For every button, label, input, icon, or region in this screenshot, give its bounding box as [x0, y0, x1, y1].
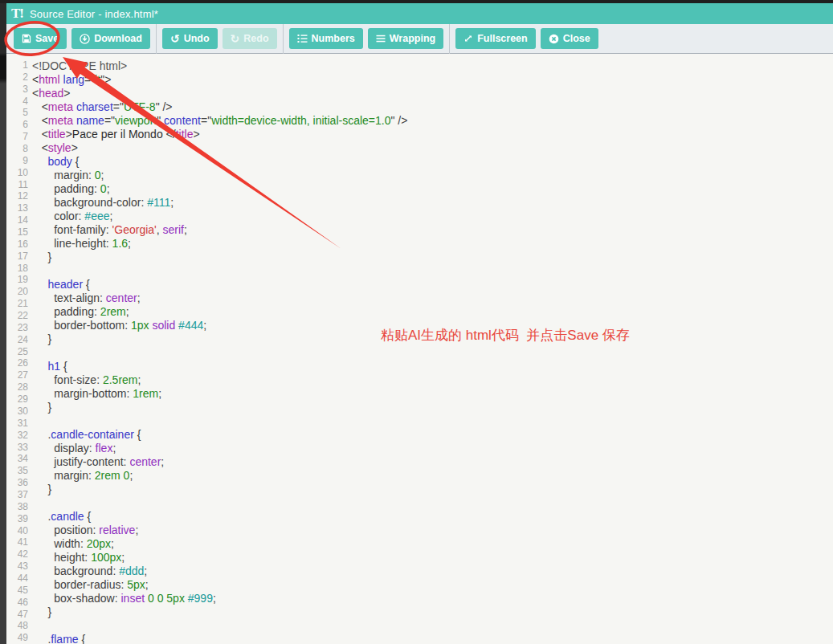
- code-line: .flame {: [32, 633, 833, 644]
- page-background-left-strip: [0, 3, 6, 644]
- undo-button[interactable]: ↺ Undo: [162, 28, 218, 49]
- wrapping-button[interactable]: Wrapping: [368, 28, 443, 49]
- code-line: border-bottom: 1px solid #444;: [32, 319, 833, 332]
- code-line: text-align: center;: [32, 291, 833, 305]
- code-line: <title>Pace per il Mondo </title>: [32, 128, 833, 141]
- code-line: padding: 2rem;: [32, 305, 833, 319]
- redo-icon: ↻: [231, 33, 240, 44]
- toolbar-separator: [156, 24, 157, 54]
- code-line: [32, 264, 833, 278]
- code-line: display: flex;: [32, 442, 833, 455]
- dialog-titlebar: T! Source Editor - index.html*: [6, 3, 833, 24]
- code-line: line-height: 1.6;: [32, 237, 833, 251]
- code-line: <meta charset="UTF-8" />: [32, 100, 833, 114]
- code-line: font-size: 2.5rem;: [32, 373, 833, 387]
- close-icon: [549, 34, 559, 44]
- save-icon: [22, 34, 31, 43]
- code-line: <!DOCTYPE html>: [32, 59, 833, 73]
- code-line: [32, 414, 833, 428]
- code-line: position: relative;: [32, 524, 833, 537]
- code-line: [32, 346, 833, 360]
- code-line: body {: [32, 155, 833, 169]
- fullscreen-icon: [463, 34, 473, 43]
- code-line: background-color: #111;: [32, 196, 833, 210]
- code-line: }: [32, 332, 833, 346]
- code-line: <meta name="viewport" content="width=dev…: [32, 114, 833, 128]
- code-line: margin: 0;: [32, 169, 833, 182]
- code-editor[interactable]: 1234567891011121314151617181920212223242…: [6, 54, 833, 644]
- code-line: color: #eee;: [32, 210, 833, 223]
- code-line: <head>: [32, 87, 833, 100]
- app-logo: T!: [11, 6, 23, 22]
- toolbar-separator: [283, 24, 284, 54]
- code-line: }: [32, 251, 833, 264]
- code-line: justify-content: center;: [32, 455, 833, 469]
- code-line: <html lang="it">: [32, 73, 833, 87]
- fullscreen-button[interactable]: Fullscreen: [455, 28, 536, 49]
- line-number-gutter: 1234567891011121314151617181920212223242…: [6, 59, 28, 644]
- undo-icon: ↺: [170, 33, 180, 44]
- code-line: header {: [32, 278, 833, 291]
- code-line: font-family: 'Georgia', serif;: [32, 223, 833, 237]
- code-line: [32, 619, 833, 633]
- code-line: [32, 496, 833, 510]
- code-line: .candle {: [32, 510, 833, 524]
- code-line: }: [32, 483, 833, 496]
- code-content[interactable]: <!DOCTYPE html><html lang="it"><head> <m…: [32, 59, 833, 644]
- close-button[interactable]: Close: [541, 28, 598, 49]
- code-line: width: 20px;: [32, 537, 833, 551]
- code-line: .candle-container {: [32, 428, 833, 442]
- dialog-title: Source Editor - index.html*: [30, 8, 158, 20]
- code-line: margin: 2rem 0;: [32, 469, 833, 483]
- code-line: border-radius: 5px;: [32, 578, 833, 592]
- code-line: height: 100px;: [32, 551, 833, 565]
- download-button[interactable]: Download: [71, 28, 150, 49]
- toolbar: Save Download ↺ Undo ↻ Redo Numbers Wrap…: [6, 24, 833, 54]
- code-line: padding: 0;: [32, 182, 833, 196]
- numbers-button[interactable]: Numbers: [289, 28, 363, 49]
- source-editor-dialog: T! Source Editor - index.html* Save Down…: [6, 3, 833, 644]
- numbered-list-icon: [297, 34, 308, 43]
- save-button[interactable]: Save: [14, 28, 67, 49]
- wrapping-icon: [376, 34, 386, 43]
- code-line: margin-bottom: 1rem;: [32, 387, 833, 401]
- download-icon: [80, 34, 90, 44]
- code-line: box-shadow: inset 0 0 5px #999;: [32, 592, 833, 605]
- code-line: }: [32, 401, 833, 414]
- code-line: background: #ddd;: [32, 565, 833, 578]
- redo-button: ↻ Redo: [223, 28, 277, 49]
- toolbar-separator: [449, 24, 450, 54]
- code-line: }: [32, 605, 833, 619]
- code-line: h1 {: [32, 360, 833, 373]
- code-line: <style>: [32, 141, 833, 155]
